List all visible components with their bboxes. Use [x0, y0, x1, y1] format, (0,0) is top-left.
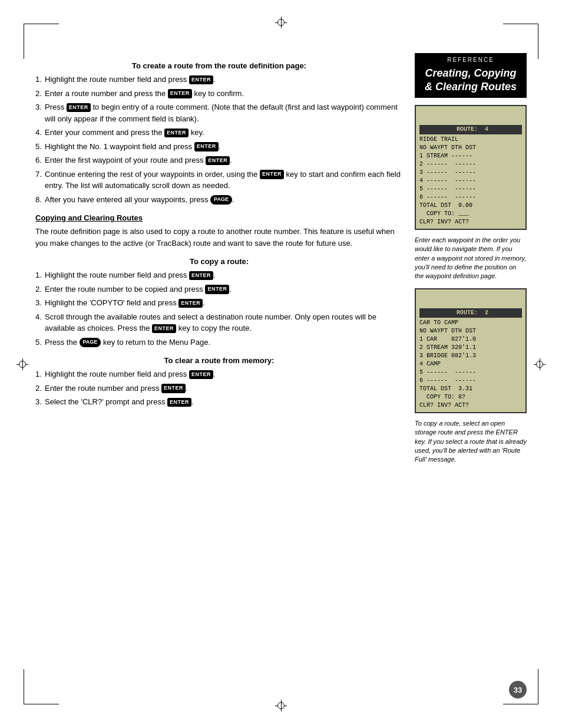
clear-steps-list: 1. Highlight the route number field and …	[35, 368, 403, 408]
step-3: 3. Press ENTER to begin entry of a route…	[35, 101, 403, 124]
enter-key-4: ENTER	[164, 129, 189, 138]
gps-screen-1: ROUTE: 4RIDGE TRAIL NO WAYPT DTH DST 1 S…	[415, 105, 527, 230]
border-left-top	[24, 24, 24, 59]
reg-mark-left	[16, 358, 28, 370]
copy-step-3: 3. Highlight the 'COPYTO' field and pres…	[35, 297, 403, 309]
page-content: To create a route from the route definit…	[35, 53, 527, 675]
enter-key-c1: ENTER	[189, 271, 213, 281]
copy-steps-list: 1. Highlight the route number field and …	[35, 269, 403, 348]
gps-screen-2: ROUTE: 2CAR TO CAMP NO WAYPT DTH DST 1 C…	[415, 288, 527, 413]
border-right-bottom	[538, 669, 538, 704]
copy-step-4: 4. Scroll through the available routes a…	[35, 311, 403, 334]
border-right-top	[538, 24, 538, 59]
step-5: 5. Highlight the No. 1 waypoint field an…	[35, 141, 403, 153]
border-left-bottom	[24, 669, 24, 704]
border-bottom-left	[24, 704, 59, 704]
enter-key-6: ENTER	[206, 156, 230, 166]
main-steps-list: 1. Highlight the route number field and …	[35, 74, 403, 205]
enter-key-7: ENTER	[260, 170, 284, 179]
screen2-title: ROUTE: 2	[419, 308, 522, 318]
enter-key-2: ENTER	[168, 89, 192, 98]
reference-label: REFERENCE	[421, 57, 521, 63]
step-4: 4. Enter your comment and press the ENTE…	[35, 127, 403, 139]
step-1: 1. Highlight the route number field and …	[35, 74, 403, 85]
step-7: 7. Continue entering the rest of your wa…	[35, 169, 403, 192]
page-key-c5: PAGE	[80, 338, 101, 347]
enter-key-c3: ENTER	[178, 299, 203, 308]
caption-2: To copy a route, select an open storage …	[415, 419, 527, 465]
clear-heading: To clear a route from memory:	[35, 356, 403, 365]
enter-key-cl3: ENTER	[167, 398, 191, 407]
main-heading: To create a route from the route definit…	[35, 61, 403, 70]
clear-step-1: 1. Highlight the route number field and …	[35, 368, 403, 380]
enter-key-c4: ENTER	[152, 324, 176, 334]
enter-key-c2: ENTER	[205, 285, 229, 294]
step-8: 8. After you have entered all your waypo…	[35, 194, 403, 206]
copy-heading: Copying and Clearing Routes	[35, 213, 403, 222]
copy-step-1: 1. Highlight the route number field and …	[35, 269, 403, 281]
enter-key-3: ENTER	[67, 103, 91, 113]
left-column: To create a route from the route definit…	[35, 53, 415, 675]
clear-step-3: 3. Select the 'CLR?' prompt and press EN…	[35, 396, 403, 408]
reg-mark-top	[275, 17, 287, 28]
enter-key-1: ENTER	[189, 75, 213, 85]
step-2: 2. Enter a route number and press the EN…	[35, 88, 403, 100]
right-column: REFERENCE Creating, Copying & Clearing R…	[415, 53, 527, 675]
page-number: 33	[509, 681, 527, 699]
page-key-8: PAGE	[210, 195, 232, 205]
border-bottom-right	[503, 704, 538, 704]
copy-step-2: 2. Enter the route number to be copied a…	[35, 284, 403, 295]
reference-sidebar: REFERENCE Creating, Copying & Clearing R…	[415, 53, 527, 98]
border-top-left	[24, 24, 59, 24]
reg-mark-right	[534, 358, 546, 370]
step-6: 6. Enter the first waypoint of your rout…	[35, 154, 403, 166]
enter-key-cl1: ENTER	[189, 370, 213, 380]
border-top-right	[503, 24, 538, 24]
reference-title: Creating, Copying & Clearing Routes	[421, 67, 521, 94]
enter-key-cl2: ENTER	[161, 384, 186, 393]
caption-1: Enter each waypoint in the order you wou…	[415, 236, 527, 281]
clear-step-2: 2. Enter the route number and press ENTE…	[35, 383, 403, 394]
copy-paragraph: The route definition page is also used t…	[35, 226, 403, 249]
reg-mark-bottom	[275, 700, 287, 711]
copy-step-5: 5. Press the PAGE key to return to the M…	[35, 337, 403, 348]
enter-key-5: ENTER	[194, 142, 219, 151]
copy-route-heading: To copy a route:	[35, 257, 403, 266]
screen1-title: ROUTE: 4	[419, 125, 522, 134]
